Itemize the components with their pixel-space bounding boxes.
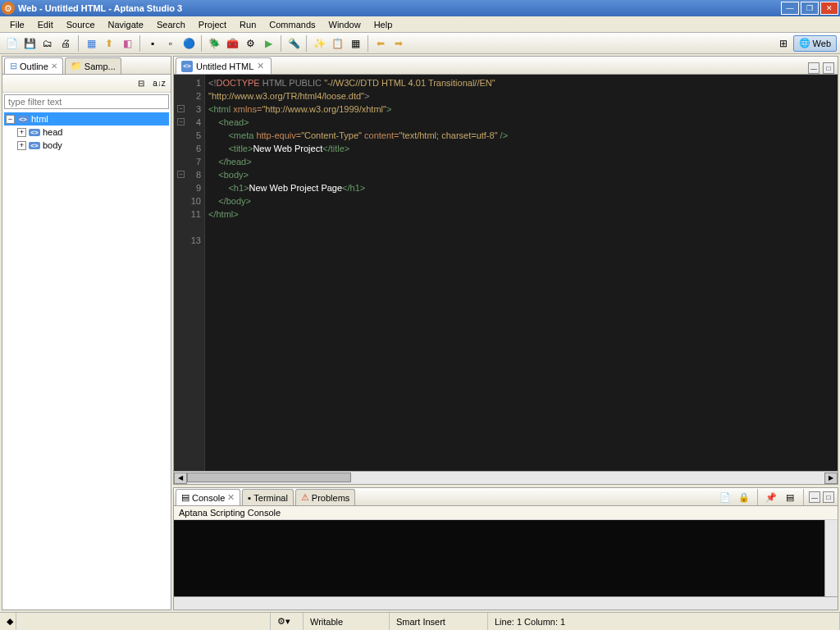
workbench: ⊟ Outline ✕ 📁 Samp... ⊟ a↓z − <> html + xyxy=(0,54,840,612)
status-marker-icon[interactable]: ◆ xyxy=(0,613,16,630)
console-output[interactable] xyxy=(174,520,838,596)
print-icon[interactable]: 🖨 xyxy=(57,35,74,52)
minimize-button[interactable]: — xyxy=(781,2,799,15)
tree-node-body[interactable]: + <> body xyxy=(4,139,169,152)
editor-area: <> Untitled HTML ✕ — □ 1 2 −3 −4 5 6 7 xyxy=(173,56,838,485)
new-icon[interactable]: 📄 xyxy=(3,35,20,52)
status-cursor-position: Line: 1 Column: 1 xyxy=(488,613,840,630)
clear-console-icon[interactable]: 📄 xyxy=(717,489,733,505)
tab-console[interactable]: ▤ Console ✕ xyxy=(176,489,240,505)
tab-outline[interactable]: ⊟ Outline ✕ xyxy=(4,57,63,74)
tree-node-html[interactable]: − <> html xyxy=(4,112,169,126)
line-gutter: 1 2 −3 −4 5 6 7 −8 9 10 11 13 xyxy=(174,75,205,471)
grid-icon[interactable]: ▦ xyxy=(347,35,363,52)
app-explorer-icon[interactable]: ▦ xyxy=(83,35,99,52)
minimize-view-icon[interactable]: — xyxy=(808,62,819,74)
fold-icon[interactable]: − xyxy=(177,171,185,178)
horizontal-scrollbar[interactable]: ◀ ▶ xyxy=(174,471,838,484)
close-icon[interactable]: ✕ xyxy=(227,492,235,503)
fold-icon[interactable]: − xyxy=(177,118,185,126)
tree-node-head[interactable]: + <> head xyxy=(4,126,169,139)
deploy-icon[interactable]: ⬆ xyxy=(101,35,117,52)
status-gear-icon[interactable]: ⚙▾ xyxy=(271,613,304,630)
bottom-panel: ▤ Console ✕ ▪ Terminal ⚠ Problems 📄 🔒 📌 xyxy=(173,487,838,610)
menu-navigate[interactable]: Navigate xyxy=(102,18,150,31)
notes-icon[interactable]: 📋 xyxy=(329,35,345,52)
outline-icon: ⊟ xyxy=(10,61,17,71)
tab-problems[interactable]: ⚠ Problems xyxy=(295,489,355,505)
code-editor[interactable]: <!DOCTYPE HTML PUBLIC "-//W3C//DTD HTML … xyxy=(205,75,838,471)
pin-icon[interactable]: 📌 xyxy=(763,489,779,505)
sort-icon[interactable]: a↓z xyxy=(151,75,167,92)
status-insert-mode: Smart Insert xyxy=(390,613,488,630)
outline-tree: − <> html + <> head + <> body xyxy=(2,111,171,609)
menu-help[interactable]: Help xyxy=(368,18,399,31)
run-icon[interactable]: ▶ xyxy=(260,35,276,52)
status-writable: Writable xyxy=(304,613,390,630)
menu-run[interactable]: Run xyxy=(233,18,262,31)
menu-commands[interactable]: Commands xyxy=(262,18,322,31)
minimize-view-icon[interactable]: — xyxy=(809,491,820,503)
menubar: File Edit Source Navigate Search Project… xyxy=(0,16,840,33)
expand-icon[interactable]: + xyxy=(17,141,26,150)
web-icon: 🌐 xyxy=(799,38,810,48)
menu-project[interactable]: Project xyxy=(192,18,233,31)
maximize-button[interactable]: ❐ xyxy=(801,2,819,15)
back-icon[interactable]: ⬅ xyxy=(372,35,389,52)
gears-icon[interactable]: ⚙ xyxy=(242,35,258,52)
scroll-left-icon[interactable]: ◀ xyxy=(174,472,187,484)
window-title: Web - Untitled HTML - Aptana Studio 3 xyxy=(18,3,781,13)
filter-input[interactable] xyxy=(4,94,169,109)
app-icon: ⚙ xyxy=(2,2,15,15)
save-icon[interactable]: 💾 xyxy=(21,35,38,52)
toolbar: 📄 💾 🗂 🖨 ▦ ⬆ ◧ ▪ ▫ 🔵 🪲 🧰 ⚙ ▶ 🔦 ✨ 📋 ▦ ⬅ ➡ … xyxy=(0,33,840,54)
tab-terminal[interactable]: ▪ Terminal xyxy=(242,489,293,505)
collapse-all-icon[interactable]: ⊟ xyxy=(133,75,149,92)
save-all-icon[interactable]: 🗂 xyxy=(39,35,56,52)
maximize-view-icon[interactable]: □ xyxy=(823,491,834,503)
ext-tools-icon[interactable]: 🧰 xyxy=(224,35,240,52)
samples-icon: 📁 xyxy=(71,61,82,71)
maximize-view-icon[interactable]: □ xyxy=(823,62,834,74)
browser-icon[interactable]: ▫ xyxy=(162,35,179,52)
expand-icon[interactable]: − xyxy=(6,115,15,124)
theme-icon[interactable]: 🔵 xyxy=(180,35,197,52)
outline-view: ⊟ Outline ✕ 📁 Samp... ⊟ a↓z − <> html + xyxy=(2,56,171,610)
tab-samples[interactable]: 📁 Samp... xyxy=(65,57,121,74)
console-icon: ▤ xyxy=(181,492,189,503)
expand-icon[interactable]: + xyxy=(17,128,26,137)
close-icon[interactable]: ✕ xyxy=(51,62,57,71)
horizontal-scrollbar[interactable] xyxy=(174,596,838,609)
scroll-thumb[interactable] xyxy=(187,472,351,482)
wand-icon[interactable]: ✨ xyxy=(311,35,327,52)
lock-scroll-icon[interactable]: 🔒 xyxy=(736,489,752,505)
menu-edit[interactable]: Edit xyxy=(31,18,60,31)
terminal-icon[interactable]: ▪ xyxy=(144,35,161,52)
editor-tab-untitled[interactable]: <> Untitled HTML ✕ xyxy=(176,57,272,74)
close-button[interactable]: ✕ xyxy=(820,2,838,15)
problems-icon: ⚠ xyxy=(301,492,309,503)
fold-icon[interactable]: − xyxy=(177,105,185,112)
scroll-right-icon[interactable]: ▶ xyxy=(824,472,838,484)
debug-icon[interactable]: 🪲 xyxy=(206,35,222,52)
menu-window[interactable]: Window xyxy=(322,18,368,31)
terminal-icon: ▪ xyxy=(248,493,251,503)
perspective-web[interactable]: 🌐 Web xyxy=(793,35,837,52)
menu-search[interactable]: Search xyxy=(150,18,192,31)
title-bar: ⚙ Web - Untitled HTML - Aptana Studio 3 … xyxy=(0,0,840,16)
console-title: Aptana Scripting Console xyxy=(174,506,838,520)
cube-icon[interactable]: ◧ xyxy=(119,35,135,52)
statusbar: ◆ ⚙▾ Writable Smart Insert Line: 1 Colum… xyxy=(0,612,840,630)
search-icon[interactable]: 🔦 xyxy=(285,35,302,52)
menu-file[interactable]: File xyxy=(3,18,31,31)
html-file-icon: <> xyxy=(181,61,193,72)
menu-source[interactable]: Source xyxy=(60,18,102,31)
vertical-scrollbar[interactable] xyxy=(824,520,838,596)
open-perspective-icon[interactable]: ⊞ xyxy=(775,35,792,52)
close-icon[interactable]: ✕ xyxy=(257,61,264,71)
display-console-icon[interactable]: ▤ xyxy=(782,489,798,505)
forward-icon[interactable]: ➡ xyxy=(390,35,407,52)
